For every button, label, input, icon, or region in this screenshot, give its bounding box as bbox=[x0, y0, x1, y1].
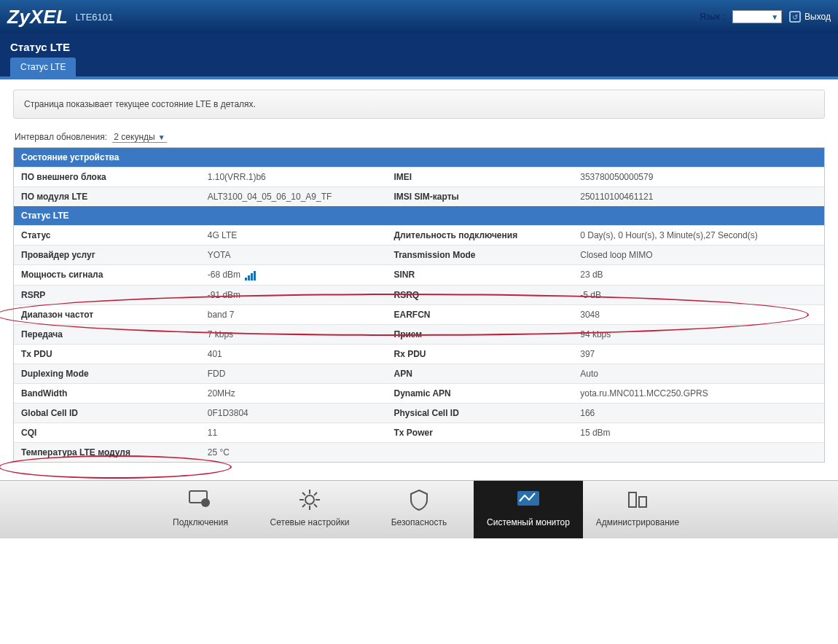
row-label: Duplexing Mode bbox=[14, 364, 200, 383]
monitor-icon bbox=[187, 487, 214, 513]
row-label: Провайдер услуг bbox=[14, 246, 200, 265]
row-label: RSRP bbox=[14, 285, 200, 305]
refresh-interval-select[interactable]: 2 секунды ▼ bbox=[112, 132, 166, 143]
svg-line-7 bbox=[302, 492, 305, 495]
refresh-label: Интервал обновления: bbox=[15, 132, 107, 142]
chevron-down-icon: ▼ bbox=[771, 13, 778, 21]
brand-logo: ZyXEL bbox=[7, 6, 68, 28]
table-row: Статус4G LTEДлительность подключения0 Da… bbox=[14, 226, 824, 246]
admin-icon bbox=[624, 487, 651, 513]
row-label: IMEI bbox=[387, 168, 573, 187]
svg-rect-12 bbox=[629, 492, 636, 507]
row-value: Auto bbox=[573, 364, 824, 383]
table-row: Передача7 kbpsПрием94 kbps bbox=[14, 324, 824, 344]
row-label: Температура LTE модуля bbox=[14, 442, 200, 462]
refresh-interval-row: Интервал обновления: 2 секунды ▼ bbox=[15, 132, 823, 143]
row-label: Dynamic APN bbox=[387, 383, 573, 403]
row-label: Длительность подключения bbox=[387, 226, 573, 246]
row-label: RSRQ bbox=[387, 285, 573, 305]
row-label: Tx Power bbox=[387, 423, 573, 442]
device-status-section: Состояние устройства ПО внешнего блока1.… bbox=[13, 147, 825, 463]
row-value: 94 kbps bbox=[573, 324, 824, 344]
row-label: Rx PDU bbox=[387, 344, 573, 364]
svg-line-8 bbox=[314, 504, 317, 507]
sub-header: Статус LTE Статус LTE bbox=[0, 34, 838, 76]
table-row: ПО внешнего блока1.10(VRR.1)b6IMEI353780… bbox=[14, 168, 824, 187]
signal-bars-icon bbox=[245, 270, 257, 280]
row-value: Closed loop MIMO bbox=[573, 246, 824, 265]
nav-administration[interactable]: Администрирование bbox=[583, 481, 692, 538]
nav-label: Подключения bbox=[146, 517, 255, 527]
row-value: ALT3100_04_05_06_10_A9_TF bbox=[200, 187, 387, 207]
svg-point-1 bbox=[201, 498, 210, 507]
row-value: -91 dBm bbox=[200, 285, 387, 305]
row-value: 23 dB bbox=[573, 265, 824, 286]
svg-point-2 bbox=[305, 495, 314, 504]
nav-system-monitor[interactable]: Системный монитор bbox=[474, 481, 583, 538]
row-label: Мощность сигнала bbox=[14, 265, 200, 286]
row-label: Physical Cell ID bbox=[387, 403, 573, 423]
svg-line-10 bbox=[314, 492, 317, 495]
row-value: 166 bbox=[573, 403, 824, 423]
row-value: 397 bbox=[573, 344, 824, 364]
row-label: Transmission Mode bbox=[387, 246, 573, 265]
lte-status-table: Статус4G LTEДлительность подключения0 Da… bbox=[14, 225, 824, 462]
app-header: ZyXEL LTE6101 Язык : Русский ▼ ↺ Выход bbox=[0, 0, 838, 34]
row-label: CQI bbox=[14, 423, 200, 442]
logout-link[interactable]: ↺ Выход bbox=[789, 11, 831, 23]
nav-label: Безопасность bbox=[364, 517, 474, 527]
row-value: -5 dB bbox=[573, 285, 824, 305]
row-label: APN bbox=[387, 364, 573, 383]
nav-label: Системный монитор bbox=[474, 517, 583, 527]
bottom-nav: Подключения Сетевые настройки Безопаснос… bbox=[0, 480, 838, 538]
row-label: ПО модуля LTE bbox=[14, 187, 200, 207]
row-label: Global Cell ID bbox=[14, 403, 200, 423]
row-value: 401 bbox=[200, 344, 387, 364]
row-value: 250110100461121 bbox=[573, 187, 824, 207]
gear-icon bbox=[297, 487, 323, 513]
row-value: 0 Day(s), 0 Hour(s), 3 Minute(s),27 Seco… bbox=[573, 226, 824, 246]
refresh-value: 2 секунды bbox=[114, 132, 154, 142]
row-value: 11 bbox=[200, 423, 387, 442]
row-value: 4G LTE bbox=[200, 226, 387, 246]
row-label: Прием bbox=[387, 324, 573, 344]
tab-lte-status[interactable]: Статус LTE bbox=[10, 58, 76, 76]
row-label: Диапазон частот bbox=[14, 305, 200, 324]
section-header-device: Состояние устройства bbox=[14, 148, 824, 167]
nav-connections[interactable]: Подключения bbox=[146, 481, 255, 538]
row-label: EARFCN bbox=[387, 305, 573, 324]
table-row: BandWidth20MHzDynamic APNyota.ru.MNC011.… bbox=[14, 383, 824, 403]
row-value: yota.ru.MNC011.MCC250.GPRS bbox=[573, 383, 824, 403]
table-row: Диапазон частотband 7EARFCN3048 bbox=[14, 305, 824, 324]
content-area: Страница показывает текущее состояние LT… bbox=[0, 79, 838, 480]
row-value: 1.10(VRR.1)b6 bbox=[200, 168, 387, 187]
row-value: -68 dBm bbox=[200, 265, 387, 286]
row-value: YOTA bbox=[200, 246, 387, 265]
row-label: Статус bbox=[14, 226, 200, 246]
table-row: Провайдер услугYOTATransmission ModeClos… bbox=[14, 246, 824, 265]
language-select[interactable]: Русский ▼ bbox=[732, 10, 782, 23]
row-value: 15 dBm bbox=[573, 423, 824, 442]
table-row: RSRP-91 dBmRSRQ-5 dB bbox=[14, 285, 824, 305]
row-label: SINR bbox=[387, 265, 573, 286]
tab-strip: Статус LTE bbox=[10, 58, 828, 76]
row-value: band 7 bbox=[200, 305, 387, 324]
row-value: 353780050000579 bbox=[573, 168, 824, 187]
nav-label: Сетевые настройки bbox=[255, 517, 364, 527]
row-label: BandWidth bbox=[14, 383, 200, 403]
page-title: Статус LTE bbox=[10, 41, 828, 53]
row-value: 25 °C bbox=[200, 442, 387, 462]
row-value: 20MHz bbox=[200, 383, 387, 403]
chart-icon bbox=[515, 487, 541, 513]
table-row: Duplexing ModeFDDAPNAuto bbox=[14, 364, 824, 383]
nav-security[interactable]: Безопасность bbox=[364, 481, 474, 538]
device-status-table: ПО внешнего блока1.10(VRR.1)b6IMEI353780… bbox=[14, 167, 824, 206]
row-label: IMSI SIM-карты bbox=[387, 187, 573, 207]
nav-network-settings[interactable]: Сетевые настройки bbox=[255, 481, 364, 538]
table-row: Global Cell ID0F1D3804Physical Cell ID16… bbox=[14, 403, 824, 423]
table-row: Температура LTE модуля25 °C bbox=[14, 442, 824, 462]
shield-icon bbox=[406, 487, 432, 513]
chevron-down-icon: ▼ bbox=[158, 133, 165, 141]
row-label: ПО внешнего блока bbox=[14, 168, 200, 187]
row-value: FDD bbox=[200, 364, 387, 383]
